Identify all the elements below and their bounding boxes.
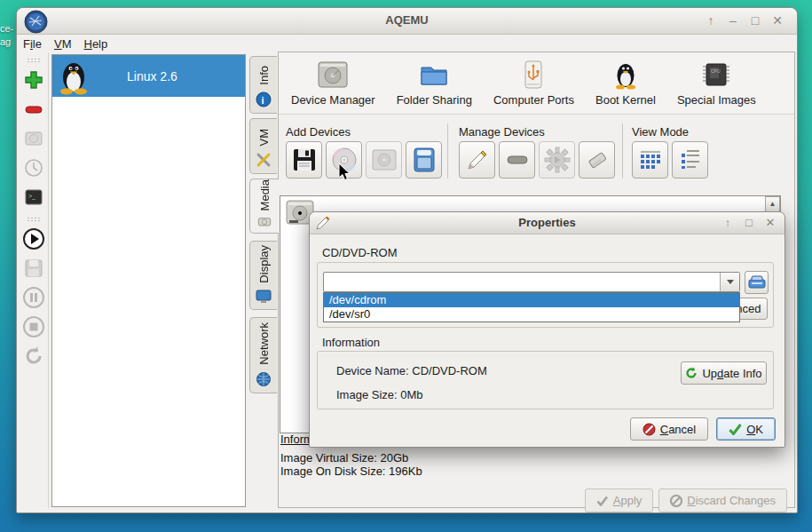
ok-button[interactable]: OK <box>716 417 776 441</box>
desktop-icon-label-fragment: ag <box>0 36 11 47</box>
toolbar-separator <box>447 123 448 179</box>
media-main-toolbar: Device Manager Folder Sharing Computer P… <box>279 52 794 115</box>
menu-file[interactable]: File <box>23 37 42 51</box>
hdd-icon <box>314 60 351 91</box>
mouse-cursor <box>338 163 352 182</box>
update-info-button[interactable]: Update Info <box>681 361 767 385</box>
check-icon <box>596 496 609 506</box>
remove-vm-button[interactable] <box>22 98 45 121</box>
format-device-button[interactable] <box>579 141 615 179</box>
drive-icon <box>256 217 272 227</box>
view-details-button[interactable] <box>672 141 708 179</box>
add-floppy-button[interactable] <box>286 141 322 179</box>
combobox-dropdown-button[interactable] <box>720 273 739 291</box>
chevron-down-icon <box>727 280 734 284</box>
special-images-button[interactable]: CPU Special Images <box>677 52 756 114</box>
properties-dialog: Properties ↑ □ ✕ CD/DVD-ROM Advanced /de… <box>309 211 785 448</box>
folder-icon <box>415 60 453 91</box>
edit-pencil-icon <box>465 147 490 172</box>
reset-vm-button[interactable] <box>22 345 45 368</box>
dialog-maximize-button[interactable]: □ <box>742 215 756 231</box>
stop-vm-button[interactable] <box>22 315 45 338</box>
discard-changes-button[interactable]: Discard Changes <box>658 488 787 512</box>
browse-image-button[interactable] <box>745 271 769 294</box>
image-size-text: Image Size: 0Mb <box>336 388 423 401</box>
check-icon <box>729 424 742 435</box>
apply-button[interactable]: Apply <box>585 488 654 512</box>
floppy-icon <box>292 147 317 172</box>
titlebar[interactable]: AQEMU ↑ – □ ✕ <box>17 8 797 35</box>
cddvd-group-label: CD/DVD-ROM <box>322 246 398 259</box>
globe-icon <box>256 371 272 387</box>
edit-device-button[interactable] <box>459 141 495 179</box>
menu-vm[interactable]: VM <box>54 37 72 51</box>
start-vm-button[interactable] <box>22 227 45 250</box>
desktop-icon-label-fragment: ce- <box>0 23 13 34</box>
dialog-shade-button[interactable]: ↑ <box>721 215 735 231</box>
tab-network[interactable]: Network <box>249 317 277 393</box>
device-container-icon <box>413 147 436 173</box>
tab-vm[interactable]: VM <box>249 118 277 174</box>
vm-name: Linux 2.6 <box>127 69 177 83</box>
device-manager-button[interactable]: Device Manager <box>291 52 375 114</box>
svg-text:CPU: CPU <box>711 68 721 74</box>
remove-device-button[interactable] <box>499 141 535 179</box>
svg-text:i: i <box>262 95 264 106</box>
maximize-button[interactable]: □ <box>748 12 762 28</box>
minimize-button[interactable]: – <box>726 12 740 28</box>
add-vm-button[interactable] <box>22 68 45 91</box>
remove-pill-icon <box>505 147 530 172</box>
close-button[interactable]: ✕ <box>770 12 784 28</box>
tools-icon <box>256 152 272 168</box>
dialog-close-button[interactable]: ✕ <box>763 215 777 231</box>
cancel-button[interactable]: Cancel <box>630 417 708 441</box>
image-virtual-size: Image Virtual Size: 20Gb <box>280 451 408 465</box>
scroll-up-button[interactable]: ▲ <box>765 196 780 212</box>
tux-icon <box>611 60 641 91</box>
dropdown-option-sr0[interactable]: /dev/sr0 <box>324 307 739 322</box>
aqemu-logo-icon <box>24 10 48 34</box>
boot-kernel-button[interactable]: Boot Kernel <box>595 52 656 114</box>
vm-actions-toolbar: >_ <box>20 52 49 508</box>
dialog-titlebar[interactable]: Properties ↑ □ ✕ <box>310 212 784 234</box>
shade-button[interactable]: ↑ <box>704 12 718 28</box>
toolbar-grip[interactable] <box>27 217 41 222</box>
icon-grid-icon <box>638 147 663 172</box>
view-mode-label: View Mode <box>632 125 689 139</box>
tab-display[interactable]: Display <box>249 241 277 310</box>
desktop: ce- ag AQEMU ↑ – □ ✕ File VM Help <box>0 0 812 532</box>
tux-penguin-icon <box>56 58 91 95</box>
information-group-label: Information <box>322 336 380 349</box>
save-vm-button[interactable] <box>22 257 45 280</box>
menubar: File VM Help <box>17 35 797 52</box>
tab-info[interactable]: Info i <box>249 56 277 114</box>
usb-icon <box>515 60 552 91</box>
device-path-combobox[interactable] <box>323 272 740 292</box>
hdd-button[interactable] <box>22 127 45 150</box>
dropdown-option-cdrom[interactable]: /dev/cdrom <box>324 293 739 307</box>
terminal-button[interactable]: >_ <box>22 186 45 209</box>
toolbar-grip[interactable] <box>27 58 41 63</box>
manage-devices-label: Manage Devices <box>459 125 545 139</box>
dialog-title: Properties <box>310 216 784 229</box>
add-hdd-button[interactable] <box>366 141 402 179</box>
snapshot-clock-button[interactable] <box>22 156 45 179</box>
folder-sharing-button[interactable]: Folder Sharing <box>397 52 472 114</box>
device-path-dropdown[interactable]: /dev/cdrom /dev/sr0 <box>323 292 740 322</box>
add-device-button[interactable] <box>406 141 442 179</box>
pause-vm-button[interactable] <box>22 286 45 309</box>
menu-help[interactable]: Help <box>83 37 107 51</box>
info-icon: i <box>256 91 272 107</box>
svg-text:>_: >_ <box>28 193 35 200</box>
toolbar-separator <box>622 123 623 179</box>
view-icons-button[interactable] <box>632 141 668 179</box>
device-name-text: Device Name: CD/DVD-ROM <box>336 364 487 377</box>
tab-media[interactable]: Media <box>249 179 279 234</box>
vm-list-item-linux26[interactable]: Linux 2.6 <box>52 55 245 97</box>
gear-icon <box>544 147 571 173</box>
computer-ports-button[interactable]: Computer Ports <box>493 52 574 114</box>
detail-list-icon <box>678 147 703 172</box>
device-properties-button[interactable] <box>539 141 575 179</box>
monitor-icon <box>256 290 272 304</box>
vm-list[interactable]: Linux 2.6 <box>51 54 246 507</box>
